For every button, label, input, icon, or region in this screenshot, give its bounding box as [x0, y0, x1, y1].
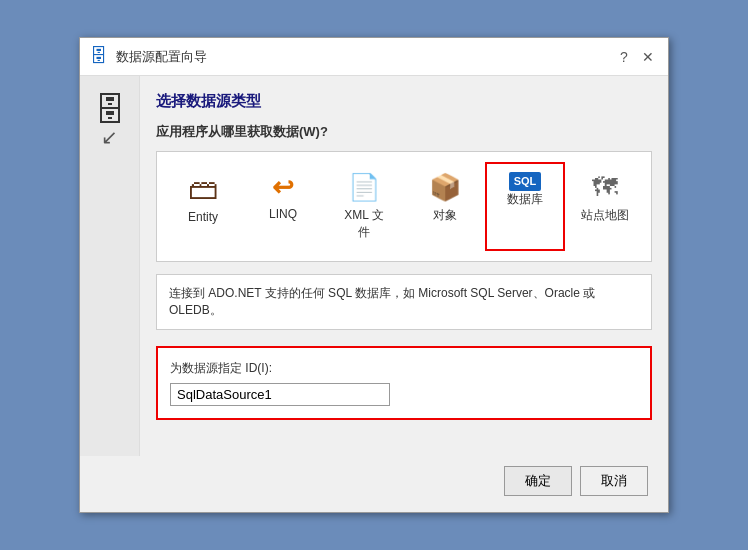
dialog-title: 数据源配置向导: [116, 48, 207, 66]
title-bar: 🗄 数据源配置向导 ? ✕: [80, 38, 668, 76]
help-button[interactable]: ?: [614, 47, 634, 67]
wizard-sidebar: 🗄 ↙: [80, 76, 140, 456]
icons-panel: 🗃 Entity ↩ LINQ 📄 XML 文件 📦 对象: [156, 151, 652, 262]
datasource-option-sitemap[interactable]: 🗺 站点地图: [565, 162, 645, 251]
datasource-option-linq[interactable]: ↩ LINQ: [243, 162, 323, 251]
object-icon: 📦: [429, 172, 461, 203]
entity-icon: 🗃: [188, 172, 218, 206]
datasource-id-input[interactable]: [170, 383, 390, 406]
title-bar-controls: ? ✕: [614, 47, 658, 67]
description-box: 连接到 ADO.NET 支持的任何 SQL 数据库，如 Microsoft SQ…: [156, 274, 652, 330]
datasource-option-object[interactable]: 📦 对象: [405, 162, 485, 251]
title-bar-left: 🗄 数据源配置向导: [90, 46, 207, 67]
linq-label: LINQ: [269, 207, 297, 221]
datasource-option-entity[interactable]: 🗃 Entity: [163, 162, 243, 251]
arrow-down-icon: ↙: [101, 125, 118, 149]
wizard-title-icon: 🗄: [90, 46, 108, 67]
datasource-option-database[interactable]: SQL 数据库: [485, 162, 565, 251]
dialog-footer: 确定 取消: [80, 456, 668, 512]
close-button[interactable]: ✕: [638, 47, 658, 67]
dialog-container: 🗄 数据源配置向导 ? ✕ 🗄 ↙ 选择数据源类型 应用程序从哪里获取数据(W)…: [79, 37, 669, 513]
confirm-button[interactable]: 确定: [504, 466, 572, 496]
database-icon-wrapper: SQL: [509, 172, 542, 191]
cancel-button[interactable]: 取消: [580, 466, 648, 496]
sitemap-label: 站点地图: [581, 207, 629, 224]
db-big-icon: 🗄: [94, 92, 126, 129]
sitemap-icon: 🗺: [592, 172, 618, 203]
description-text: 连接到 ADO.NET 支持的任何 SQL 数据库，如 Microsoft SQ…: [169, 286, 595, 317]
sql-badge: SQL: [509, 172, 542, 191]
object-label: 对象: [433, 207, 457, 224]
main-content: 选择数据源类型 应用程序从哪里获取数据(W)? 🗃 Entity ↩ LINQ …: [140, 76, 668, 456]
datasource-option-xml[interactable]: 📄 XML 文件: [323, 162, 405, 251]
xml-icon: 📄: [348, 172, 380, 203]
id-label: 为数据源指定 ID(I):: [170, 360, 638, 377]
linq-icon: ↩: [272, 172, 294, 203]
id-section: 为数据源指定 ID(I):: [156, 346, 652, 420]
dialog-body-wrapper: 🗄 ↙ 选择数据源类型 应用程序从哪里获取数据(W)? 🗃 Entity ↩ L…: [80, 76, 668, 456]
database-label: 数据库: [507, 191, 543, 208]
xml-label: XML 文件: [339, 207, 389, 241]
entity-label: Entity: [188, 210, 218, 224]
question-label: 应用程序从哪里获取数据(W)?: [156, 123, 652, 141]
section-title: 选择数据源类型: [156, 92, 652, 111]
